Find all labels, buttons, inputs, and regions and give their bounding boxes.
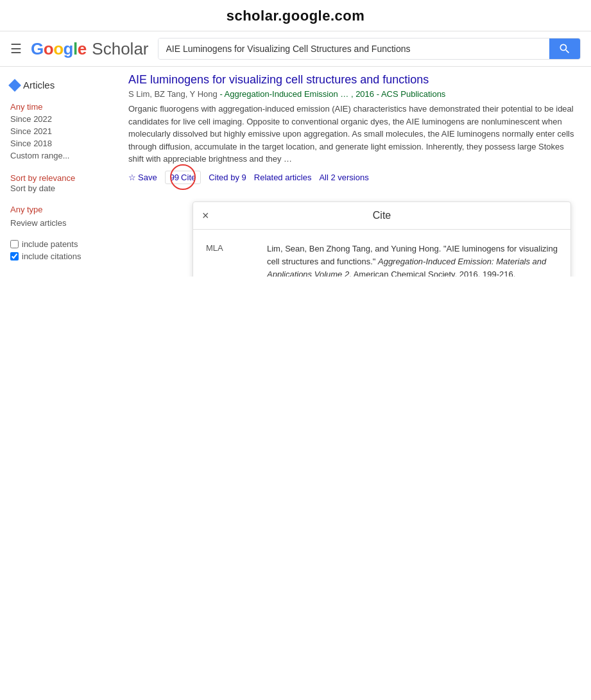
logo-scholar: Scholar [92,39,148,58]
date-since2018[interactable]: Since 2018 [10,139,105,148]
articles-label: Articles [23,80,55,90]
search-button[interactable] [549,38,580,59]
type-section: Any type Review articles [10,205,105,228]
cite-style-mla-label: MLA [206,243,254,277]
cite-text-mla: Lim, Sean, Ben Zhong Tang, and Yuning Ho… [267,243,558,277]
search-input[interactable] [158,38,550,59]
include-options: include patents include citations [10,239,105,261]
quote-icon: 99 [170,173,179,182]
review-articles[interactable]: Review articles [10,218,105,228]
logo-google: Google [31,39,90,58]
result-meta: S Lim, BZ Tang, Y Hong - Aggregation-Ind… [128,89,578,99]
search-bar [158,38,581,60]
sidebar: Articles Any time Since 2022 Since 2021 … [0,73,116,270]
result-authors: S Lim, BZ Tang, Y Hong [128,89,218,99]
main-layout: Articles Any time Since 2022 Since 2021 … [0,67,591,277]
google-scholar-logo: Google Scholar [31,39,149,59]
include-citations-row: include citations [10,252,105,261]
cite-btn-wrapper: 99 Cite [165,171,201,184]
result-snippet: Organic fluorogens with aggregation-indu… [128,103,578,166]
cite-close-button[interactable]: × [202,209,209,223]
sort-by-relevance[interactable]: Sort by relevance [10,173,75,183]
result-publisher: ACS Publications [381,89,445,99]
result-separator: - [219,89,224,99]
articles-section: Articles [10,80,105,90]
date-custom[interactable]: Custom range... [10,151,105,160]
include-patents-row: include patents [10,239,105,249]
save-label: Save [138,173,157,182]
result-item: AIE luminogens for visualizing cell stru… [128,73,578,184]
include-citations-label: include citations [22,252,81,261]
related-link[interactable]: Related articles [254,173,312,182]
include-patents-checkbox[interactable] [10,240,19,248]
header: ☰ Google Scholar [0,31,591,67]
star-icon: ☆ [128,173,136,182]
cite-body: MLA Lim, Sean, Ben Zhong Tang, and Yunin… [193,230,570,277]
cite-row-mla: MLA Lim, Sean, Ben Zhong Tang, and Yunin… [193,236,570,277]
search-icon [558,42,571,55]
cite-modal: × Cite MLA Lim, Sean, Ben Zhong Tang, an… [193,201,571,277]
date-filter-section: Any time Since 2022 Since 2021 Since 201… [10,102,105,160]
cite-modal-header: × Cite [193,202,570,230]
result-title[interactable]: AIE luminogens for visualizing cell stru… [128,73,578,87]
include-citations-checkbox[interactable] [10,252,19,260]
date-since2021[interactable]: Since 2021 [10,126,105,136]
cited-by-link[interactable]: Cited by 9 [209,173,246,182]
result-actions: ☆ Save 99 Cite Cited by 9 Related articl… [128,171,578,184]
cite-modal-title: Cite [203,210,560,221]
cite-button[interactable]: 99 Cite [165,171,201,184]
sort-by-date[interactable]: Sort by date [10,184,105,193]
date-anytime[interactable]: Any time [10,102,105,112]
result-journal: Aggregation-Induced Emission … [225,89,349,99]
include-patents-label: include patents [22,239,78,249]
date-since2022[interactable]: Since 2022 [10,114,105,124]
domain-bar: scholar.google.com [0,0,591,31]
diamond-icon [8,79,21,92]
cite-label: Cite [181,173,196,182]
sort-section: Sort by relevance Sort by date [10,172,105,193]
result-sep2: - [377,89,381,99]
versions-link[interactable]: All 2 versions [319,173,368,182]
save-link[interactable]: ☆ Save [128,173,157,182]
hamburger-icon[interactable]: ☰ [10,41,22,56]
any-type[interactable]: Any type [10,205,105,214]
content-area: AIE luminogens for visualizing cell stru… [116,73,591,270]
result-year-val: 2016 [355,89,374,99]
